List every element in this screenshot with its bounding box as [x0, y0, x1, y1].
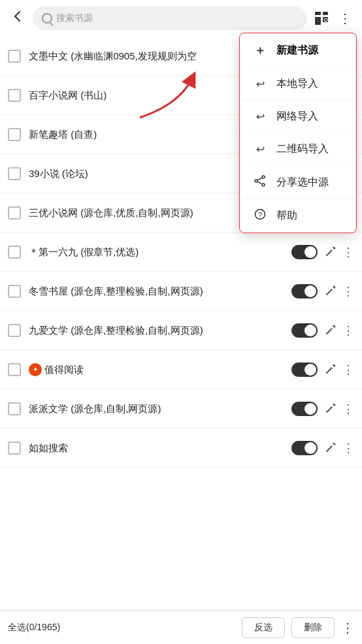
qr-import-label: 二维码导入 — [276, 142, 329, 156]
network-import-icon: ↩ — [253, 110, 267, 123]
network-import-item[interactable]: ↩ 网络导入 — [240, 101, 356, 133]
svg-point-2 — [255, 180, 257, 182]
help-item[interactable]: ? 帮助 — [240, 199, 356, 233]
svg-point-0 — [262, 176, 265, 178]
qr-import-icon: ↩ — [253, 143, 267, 155]
arrow-annotation — [127, 65, 205, 127]
share-source-item[interactable]: 分享选中源 — [240, 166, 356, 199]
share-icon — [253, 175, 267, 189]
network-import-label: 网络导入 — [276, 110, 318, 123]
local-import-label: 本地导入 — [276, 77, 318, 91]
local-import-icon: ↩ — [253, 78, 267, 90]
svg-line-4 — [257, 182, 262, 184]
share-source-label: 分享选中源 — [276, 176, 329, 189]
new-source-item[interactable]: ＋ 新建书源 — [240, 33, 356, 68]
local-import-item[interactable]: ↩ 本地导入 — [240, 68, 356, 101]
svg-text:?: ? — [258, 211, 262, 219]
svg-line-3 — [257, 178, 262, 180]
help-icon: ? — [253, 208, 267, 223]
dropdown-menu: ＋ 新建书源 ↩ 本地导入 ↩ 网络导入 ↩ 二维码导入 分享选中源 ? 帮助 — [239, 33, 357, 233]
qr-import-item[interactable]: ↩ 二维码导入 — [240, 133, 356, 166]
help-label: 帮助 — [276, 209, 297, 223]
svg-point-1 — [262, 184, 265, 186]
new-source-label: 新建书源 — [276, 44, 318, 57]
plus-icon: ＋ — [253, 42, 267, 58]
